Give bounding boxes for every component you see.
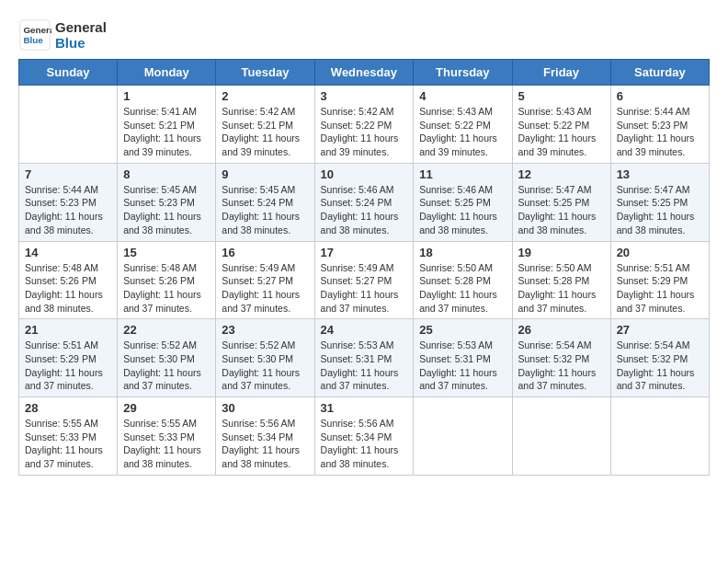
week-row-3: 14Sunrise: 5:48 AMSunset: 5:26 PMDayligh… [19, 241, 710, 319]
day-number: 10 [321, 167, 408, 181]
svg-text:General: General [23, 25, 51, 35]
day-info: Sunrise: 5:47 AMSunset: 5:25 PMDaylight:… [518, 183, 605, 237]
header-friday: Friday [512, 60, 610, 86]
calendar-cell: 14Sunrise: 5:48 AMSunset: 5:26 PMDayligh… [19, 241, 118, 319]
svg-text:Blue: Blue [23, 35, 43, 45]
day-number: 12 [518, 167, 605, 181]
calendar-cell: 8Sunrise: 5:45 AMSunset: 5:23 PMDaylight… [118, 163, 216, 241]
day-info: Sunrise: 5:52 AMSunset: 5:30 PMDaylight:… [123, 339, 210, 393]
day-info: Sunrise: 5:44 AMSunset: 5:23 PMDaylight:… [25, 183, 111, 237]
calendar-cell: 29Sunrise: 5:55 AMSunset: 5:33 PMDayligh… [118, 397, 216, 476]
header: General Blue General Blue [18, 18, 710, 52]
day-info: Sunrise: 5:50 AMSunset: 5:28 PMDaylight:… [419, 261, 506, 316]
day-number: 23 [222, 323, 308, 337]
day-number: 14 [25, 246, 111, 259]
week-row-5: 28Sunrise: 5:55 AMSunset: 5:33 PMDayligh… [19, 397, 710, 476]
day-info: Sunrise: 5:49 AMSunset: 5:27 PMDaylight:… [222, 261, 308, 316]
page-container: General Blue General Blue SundayMondayTu… [18, 18, 710, 476]
day-info: Sunrise: 5:42 AMSunset: 5:22 PMDaylight:… [321, 105, 408, 159]
day-info: Sunrise: 5:52 AMSunset: 5:30 PMDaylight:… [222, 339, 308, 393]
day-info: Sunrise: 5:43 AMSunset: 5:22 PMDaylight:… [518, 105, 605, 159]
day-info: Sunrise: 5:45 AMSunset: 5:24 PMDaylight:… [222, 183, 308, 237]
day-number: 1 [123, 89, 210, 103]
calendar-cell: 10Sunrise: 5:46 AMSunset: 5:24 PMDayligh… [314, 163, 414, 241]
day-info: Sunrise: 5:56 AMSunset: 5:34 PMDaylight:… [222, 417, 308, 471]
day-number: 19 [518, 246, 605, 259]
day-number: 16 [222, 246, 308, 259]
header-saturday: Saturday [610, 60, 709, 86]
calendar-cell: 12Sunrise: 5:47 AMSunset: 5:25 PMDayligh… [512, 163, 610, 241]
day-number: 20 [617, 246, 703, 259]
calendar-cell: 27Sunrise: 5:54 AMSunset: 5:32 PMDayligh… [610, 319, 709, 397]
day-number: 4 [419, 89, 506, 103]
day-info: Sunrise: 5:48 AMSunset: 5:26 PMDaylight:… [123, 261, 210, 316]
calendar-cell: 5Sunrise: 5:43 AMSunset: 5:22 PMDaylight… [512, 86, 610, 164]
day-info: Sunrise: 5:53 AMSunset: 5:31 PMDaylight:… [321, 339, 408, 393]
day-number: 26 [518, 323, 605, 337]
header-tuesday: Tuesday [216, 60, 314, 86]
day-number: 2 [222, 89, 308, 103]
calendar-cell: 7Sunrise: 5:44 AMSunset: 5:23 PMDaylight… [19, 163, 118, 241]
day-number: 25 [419, 323, 506, 337]
day-number: 27 [617, 323, 703, 337]
week-row-4: 21Sunrise: 5:51 AMSunset: 5:29 PMDayligh… [19, 319, 710, 397]
week-row-2: 7Sunrise: 5:44 AMSunset: 5:23 PMDaylight… [19, 163, 710, 241]
day-info: Sunrise: 5:51 AMSunset: 5:29 PMDaylight:… [617, 261, 703, 316]
calendar-cell: 15Sunrise: 5:48 AMSunset: 5:26 PMDayligh… [118, 241, 216, 319]
calendar-cell: 2Sunrise: 5:42 AMSunset: 5:21 PMDaylight… [216, 86, 314, 164]
day-number: 29 [123, 401, 210, 415]
header-sunday: Sunday [19, 60, 118, 86]
day-number: 18 [419, 246, 506, 259]
calendar-cell: 26Sunrise: 5:54 AMSunset: 5:32 PMDayligh… [512, 319, 610, 397]
logo: General Blue General Blue [18, 18, 107, 52]
calendar-cell: 22Sunrise: 5:52 AMSunset: 5:30 PMDayligh… [118, 319, 216, 397]
calendar-cell: 6Sunrise: 5:44 AMSunset: 5:23 PMDaylight… [610, 86, 709, 164]
calendar-cell [610, 397, 709, 476]
calendar-cell: 30Sunrise: 5:56 AMSunset: 5:34 PMDayligh… [216, 397, 314, 476]
day-number: 3 [321, 89, 408, 103]
day-info: Sunrise: 5:53 AMSunset: 5:31 PMDaylight:… [419, 339, 506, 393]
calendar-cell: 11Sunrise: 5:46 AMSunset: 5:25 PMDayligh… [414, 163, 512, 241]
calendar-cell: 3Sunrise: 5:42 AMSunset: 5:22 PMDaylight… [314, 86, 414, 164]
calendar-table: SundayMondayTuesdayWednesdayThursdayFrid… [18, 59, 710, 476]
logo-text: General Blue [55, 19, 107, 51]
calendar-cell: 1Sunrise: 5:41 AMSunset: 5:21 PMDaylight… [118, 86, 216, 164]
day-info: Sunrise: 5:44 AMSunset: 5:23 PMDaylight:… [617, 105, 703, 159]
days-header-row: SundayMondayTuesdayWednesdayThursdayFrid… [19, 60, 710, 86]
day-info: Sunrise: 5:54 AMSunset: 5:32 PMDaylight:… [518, 339, 605, 393]
calendar-cell: 19Sunrise: 5:50 AMSunset: 5:28 PMDayligh… [512, 241, 610, 319]
day-number: 17 [321, 246, 408, 259]
day-info: Sunrise: 5:49 AMSunset: 5:27 PMDaylight:… [321, 261, 408, 316]
calendar-cell: 16Sunrise: 5:49 AMSunset: 5:27 PMDayligh… [216, 241, 314, 319]
day-number: 5 [518, 89, 605, 103]
day-info: Sunrise: 5:46 AMSunset: 5:25 PMDaylight:… [419, 183, 506, 237]
calendar-cell: 21Sunrise: 5:51 AMSunset: 5:29 PMDayligh… [19, 319, 118, 397]
day-info: Sunrise: 5:56 AMSunset: 5:34 PMDaylight:… [321, 417, 408, 471]
day-number: 9 [222, 167, 308, 181]
calendar-cell [414, 397, 512, 476]
day-info: Sunrise: 5:43 AMSunset: 5:22 PMDaylight:… [419, 105, 506, 159]
calendar-cell: 9Sunrise: 5:45 AMSunset: 5:24 PMDaylight… [216, 163, 314, 241]
day-info: Sunrise: 5:55 AMSunset: 5:33 PMDaylight:… [25, 417, 111, 471]
calendar-cell: 28Sunrise: 5:55 AMSunset: 5:33 PMDayligh… [19, 397, 118, 476]
header-monday: Monday [118, 60, 216, 86]
day-info: Sunrise: 5:42 AMSunset: 5:21 PMDaylight:… [222, 105, 308, 159]
calendar-cell: 13Sunrise: 5:47 AMSunset: 5:25 PMDayligh… [610, 163, 709, 241]
day-number: 24 [321, 323, 408, 337]
day-info: Sunrise: 5:55 AMSunset: 5:33 PMDaylight:… [123, 417, 210, 471]
calendar-cell: 18Sunrise: 5:50 AMSunset: 5:28 PMDayligh… [414, 241, 512, 319]
day-info: Sunrise: 5:54 AMSunset: 5:32 PMDaylight:… [617, 339, 703, 393]
logo-icon: General Blue [18, 18, 51, 52]
calendar-cell: 23Sunrise: 5:52 AMSunset: 5:30 PMDayligh… [216, 319, 314, 397]
day-number: 28 [25, 401, 111, 415]
day-number: 8 [123, 167, 210, 181]
calendar-cell: 4Sunrise: 5:43 AMSunset: 5:22 PMDaylight… [414, 86, 512, 164]
header-thursday: Thursday [414, 60, 512, 86]
day-info: Sunrise: 5:45 AMSunset: 5:23 PMDaylight:… [123, 183, 210, 237]
day-info: Sunrise: 5:46 AMSunset: 5:24 PMDaylight:… [321, 183, 408, 237]
calendar-cell [512, 397, 610, 476]
day-number: 21 [25, 323, 111, 337]
day-number: 13 [617, 167, 703, 181]
header-wednesday: Wednesday [314, 60, 414, 86]
calendar-cell: 17Sunrise: 5:49 AMSunset: 5:27 PMDayligh… [314, 241, 414, 319]
